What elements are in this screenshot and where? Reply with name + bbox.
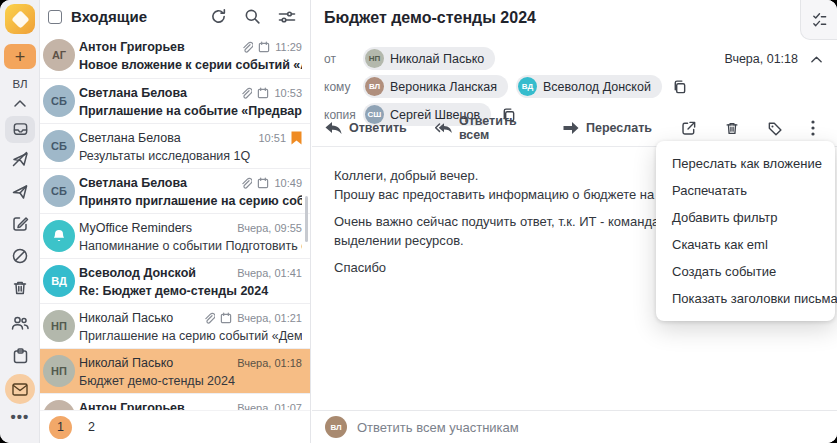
reply-all-button[interactable]: Ответить всем [435,114,534,142]
collapse-message-icon[interactable] [810,55,823,64]
avatar: АГ [43,400,75,410]
folder-title: Входящие [71,8,147,25]
message-subject: Бюджет демо-стенды 2024 [79,374,302,388]
sidebar-item-trash[interactable] [0,279,40,297]
from-label: от [324,52,363,66]
sender-name: Николай Пасько [79,311,197,325]
avatar: СБ [43,85,75,117]
sidebar-item-spam[interactable] [0,247,40,265]
list-item[interactable]: ВД Всеволод Донской Вчера, 01:41 Re: Бюд… [40,258,310,303]
list-item[interactable]: СБ Светлана Белова 10:49 Принято приглаш… [40,168,310,213]
list-item[interactable]: СБ Светлана Белова 10:53 Приглашение на … [40,78,310,123]
menu-item-download-eml[interactable]: Скачать как eml [656,231,835,258]
myoffice-mail-logo-icon [11,10,29,28]
copy-recipients-button[interactable] [672,79,687,95]
contact-chip-to[interactable]: ВД Всеволод Донской [516,75,662,98]
list-scrollbar[interactable] [305,196,308,242]
message-time: 11:29 [275,41,302,53]
collapse-folders-button[interactable] [0,99,40,108]
page-button-1[interactable]: 1 [49,416,72,439]
contact-chip-to[interactable]: ВЛ Вероника Ланская [363,75,508,98]
message-subject: Приглашение на событие «Предварительно..… [79,104,302,118]
avatar [43,220,75,252]
more-actions-icon[interactable] [811,120,815,136]
message-time: Вчера, 01:41 [237,267,302,279]
trash-icon [11,279,29,297]
list-item[interactable]: MyOffice Reminders Вчера, 09:55 Напомина… [40,213,310,258]
menu-item-create-event[interactable]: Создать событие [656,258,835,285]
list-item-selected[interactable]: НП Николай Пасько Вчера, 01:18 Бюджет де… [40,348,310,393]
avatar: СБ [43,175,75,207]
event-icon [220,312,232,324]
list-item[interactable]: АГ Антон Григорьев Вчера, 01:07 [40,393,310,410]
menu-item-print[interactable]: Распечатать [656,177,835,204]
quick-reply-placeholder: Ответить всем участникам [357,420,519,435]
list-item[interactable]: АГ Антон Григорьев 11:29 Новое вложение … [40,33,310,78]
filter-settings-icon[interactable] [278,9,296,25]
open-in-new-icon[interactable] [680,120,697,137]
delete-icon[interactable] [724,120,740,137]
menu-item-show-headers[interactable]: Показать заголовки письма [656,285,835,312]
message-time: 10:53 [274,87,302,99]
chevron-up-icon [13,99,27,108]
reply-icon [325,122,342,135]
nav-more[interactable]: ••• [0,408,40,425]
list-item[interactable]: НП Николай Пасько Вчера, 01:21 Приглашен… [40,303,310,348]
message-actionbar: Ответить Ответить всем Переслать [325,114,815,142]
tag-icon[interactable] [767,120,784,137]
contact-name: Николай Пасько [390,52,484,66]
sender-name: Светлана Белова [79,176,234,190]
contact-chip-from[interactable]: НП Николай Пасько [363,47,495,70]
quick-reply-field[interactable]: ВЛ Ответить всем участникам [312,410,837,443]
tasks-panel-toggle[interactable] [800,0,837,40]
contacts-icon [10,314,30,332]
message-subject: Приглашение на серию событий «Демо стен.… [79,329,302,343]
outbox-icon [11,150,29,168]
sidebar-item-drafts[interactable] [0,215,40,233]
app-rail: + ВЛ ••• [0,0,40,443]
message-rows: АГ Антон Григорьев 11:29 Новое вложение … [40,33,310,410]
checklist-icon [811,11,828,28]
select-all-checkbox[interactable] [48,10,62,24]
nav-mail[interactable] [0,374,40,404]
menu-item-forward-as-attachment[interactable]: Переслать как вложение [656,150,835,177]
sender-name: Антон Григорьев [79,401,232,410]
message-time: Вчера, 01:18 [237,357,302,369]
message-subject: Re: Бюджет демо-стенды 2024 [79,284,302,298]
calendar-icon [12,347,29,365]
avatar: НП [43,310,75,342]
attachment-icon [240,41,253,54]
menu-item-add-filter[interactable]: Добавить фильтр [656,204,835,231]
search-icon[interactable] [244,8,261,25]
sidebar-item-sent[interactable] [0,183,40,201]
reply-button[interactable]: Ответить [325,121,407,135]
sidebar-item-outbox[interactable] [0,150,40,168]
event-icon [257,177,269,189]
list-item[interactable]: СБ Светлана Белова 10:51 Результаты иссл… [40,123,310,168]
app-logo[interactable] [5,4,35,34]
message-context-menu: Переслать как вложение Распечатать Добав… [656,141,835,321]
sender-name: Светлана Белова [79,86,234,100]
blocked-icon [11,247,29,265]
message-time: Вчера, 09:55 [237,222,302,234]
avatar: НП [365,49,384,68]
forward-button[interactable]: Переслать [562,121,652,135]
avatar: ВД [518,77,537,96]
message-subject: Новое вложение к серии событий «Аналити.… [79,58,302,72]
sidebar-item-inbox[interactable] [0,116,40,143]
message-title: Бюджет демо-стенды 2024 [324,9,536,27]
avatar: СБ [43,130,75,162]
contact-name: Всеволод Донской [543,80,651,94]
message-time: Вчера, 01:07 [237,402,302,410]
reading-pane: Бюджет демо-стенды 2024 от НП Николай Па… [312,0,837,443]
nav-contacts[interactable] [0,314,40,332]
sender-name: Антон Григорьев [79,40,235,54]
message-time: Вчера, 01:21 [237,312,302,324]
refresh-icon[interactable] [210,8,227,25]
account-initials[interactable]: ВЛ [0,78,40,90]
compose-button[interactable]: + [4,44,36,69]
page-button-2[interactable]: 2 [88,420,95,434]
copy-icon [672,79,687,95]
nav-calendar[interactable] [0,347,40,365]
attachment-icon [239,177,252,190]
